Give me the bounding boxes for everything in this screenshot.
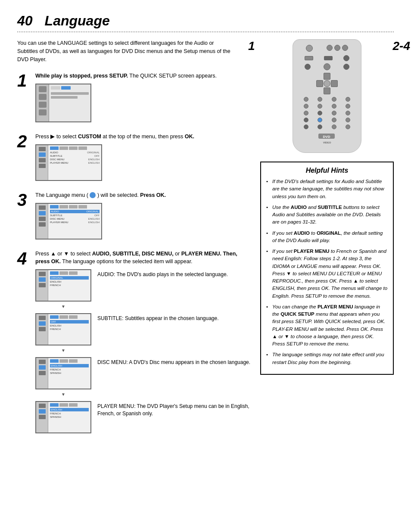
sub-tab-c bbox=[69, 271, 78, 275]
remote-sm-14[interactable] bbox=[318, 118, 322, 122]
remote-circle-2[interactable] bbox=[343, 55, 349, 61]
disc-icon-3 bbox=[39, 371, 46, 375]
screen-main-1 bbox=[49, 84, 90, 121]
sub-audio-item2: ENGLISH bbox=[50, 280, 89, 283]
remote-rect-2[interactable] bbox=[324, 56, 333, 60]
hint-item-1: • If the DVD's default settings for Audi… bbox=[266, 178, 388, 200]
remote-btn-3[interactable] bbox=[342, 45, 348, 51]
remote-sm-4[interactable] bbox=[346, 97, 350, 102]
hint-item-2: • Use the AUDIO and SUBTITLE buttons to … bbox=[266, 204, 388, 226]
screen-icon-2 bbox=[39, 94, 47, 100]
remote-sm-12[interactable] bbox=[346, 111, 350, 115]
screen-left-panel-1 bbox=[36, 84, 49, 121]
remote-sm-3[interactable] bbox=[332, 97, 336, 102]
remote-btn-2[interactable] bbox=[334, 45, 340, 51]
remote-rect-1[interactable] bbox=[305, 56, 313, 60]
substep-subtitle-tabs bbox=[50, 315, 89, 319]
dpad-right[interactable] bbox=[331, 80, 338, 87]
step-4-content: Press ▲ or ▼ to select AUDIO, SUBTITLE, … bbox=[35, 250, 252, 436]
remote-btn-1[interactable] bbox=[327, 45, 333, 51]
sub-icon-3 bbox=[39, 283, 46, 287]
step-4: 4 Press ▲ or ▼ to select AUDIO, SUBTITLE… bbox=[17, 250, 252, 436]
dvd-video-text: VIDEO bbox=[299, 141, 355, 144]
sub-tab-a bbox=[50, 271, 59, 275]
step-3: 3 The Language menu ( ) will be selected… bbox=[17, 191, 252, 242]
hint-text-1: If the DVD's default settings for Audio … bbox=[272, 178, 388, 200]
sidebar-icon-s3-3 bbox=[39, 217, 46, 221]
remote-row-3 bbox=[299, 63, 355, 70]
menu-item-disc: DISC MENU ENGLISH bbox=[50, 158, 100, 161]
remote-sm-9[interactable] bbox=[304, 111, 308, 115]
remote-power-btn[interactable] bbox=[306, 45, 313, 52]
remote-row-6 bbox=[299, 111, 355, 115]
remote-sm-2[interactable] bbox=[318, 97, 322, 102]
remote-sm-5[interactable] bbox=[304, 104, 308, 109]
remote-sm-10[interactable] bbox=[318, 111, 322, 115]
menu-item-s3-player: PLAYER MENU ENGLISH bbox=[50, 221, 100, 224]
remote-label-right: 2-4 bbox=[393, 39, 410, 53]
substep-audio-desc: AUDIO: The DVD's audio plays in the sele… bbox=[97, 269, 228, 278]
remote-sm-1[interactable] bbox=[304, 97, 308, 102]
step-2-bold2: OK. bbox=[185, 134, 194, 140]
player-icon-1 bbox=[39, 404, 46, 408]
remote-sm-16[interactable] bbox=[346, 118, 350, 122]
remote-sm-17[interactable] bbox=[304, 124, 308, 129]
remote-ff[interactable] bbox=[343, 64, 349, 70]
substep-player-tabs bbox=[50, 403, 89, 407]
substep-player: ENGLISH FRENCH SPANISH bbox=[35, 401, 252, 436]
step-1-screen bbox=[35, 84, 91, 122]
remote-sm-13[interactable] bbox=[304, 118, 308, 122]
tab-1 bbox=[59, 146, 68, 150]
dpad-ok[interactable] bbox=[324, 80, 330, 87]
remote-rew[interactable] bbox=[305, 64, 311, 70]
remote-sm-19[interactable] bbox=[332, 124, 336, 129]
hint-item-4: • If you set PLAYER MENU to French or Sp… bbox=[266, 248, 388, 300]
substep-subtitle-screen: OFF ENGLISH FRENCH bbox=[35, 313, 91, 345]
dpad-up[interactable] bbox=[324, 73, 330, 80]
step-2: 2 Press ▶ to select CUSTOM at the top of… bbox=[17, 133, 252, 184]
sub-sub-tab-c bbox=[69, 315, 78, 319]
remote-sm-15[interactable] bbox=[332, 118, 336, 122]
screen-line bbox=[51, 92, 89, 95]
remote-sm-11[interactable] bbox=[332, 111, 336, 115]
substep-subtitle-arrow: ▼ bbox=[35, 348, 91, 353]
sidebar-icon-2 bbox=[39, 152, 46, 157]
intro-text: You can use the LANGUAGE settings to sel… bbox=[17, 39, 233, 63]
screen-icon-4 bbox=[39, 109, 47, 115]
sidebar-icon-1 bbox=[39, 147, 46, 151]
dpad-left[interactable] bbox=[316, 80, 323, 87]
hint-bullet-1: • bbox=[266, 178, 271, 200]
disc-item3: SPANISH bbox=[50, 372, 89, 374]
remote-sm-7[interactable] bbox=[332, 104, 336, 109]
page-header: 40 Language bbox=[17, 13, 394, 32]
remote-sm-6[interactable] bbox=[318, 104, 322, 109]
hints-box: Helpful Hints • If the DVD's default set… bbox=[260, 162, 394, 375]
sidebar-icon-s3-2 bbox=[39, 211, 46, 215]
step-4-number: 4 bbox=[17, 250, 30, 267]
remote-sm-18[interactable] bbox=[318, 124, 322, 129]
substep-disc-screen: ENGLISH FRENCH SPANISH bbox=[35, 357, 91, 389]
remote-play[interactable] bbox=[324, 63, 330, 70]
hints-content: • If the DVD's default settings for Audi… bbox=[266, 178, 388, 366]
substep-disc-arrow: ▼ bbox=[35, 392, 91, 397]
sub-icon-1 bbox=[39, 272, 46, 276]
dpad-empty-3 bbox=[316, 87, 323, 94]
hint-bullet-6: • bbox=[266, 351, 271, 366]
step-1-text: While play is stopped, press SETUP. The … bbox=[35, 72, 252, 80]
page-title: Language bbox=[45, 13, 110, 29]
sub-sub-tab-a bbox=[50, 315, 59, 319]
substep-subtitle-desc: SUBTITLE: Subtitles appear in the chosen… bbox=[97, 313, 219, 322]
remote-sm-20[interactable] bbox=[346, 124, 350, 129]
remote-sm-8[interactable] bbox=[346, 104, 350, 109]
step-2-body: AUDIO ORIGINAL SUBTITLE OFF DISC MENU EN… bbox=[48, 145, 101, 180]
sub-tab-b bbox=[59, 271, 68, 275]
step-1: 1 While play is stopped, press SETUP. Th… bbox=[17, 72, 252, 125]
player-tab-b bbox=[59, 403, 68, 407]
step-4-bold: AUDIO, SUBTITLE, DISC MENU, bbox=[92, 251, 174, 257]
step-1-content: While play is stopped, press SETUP. The … bbox=[35, 72, 252, 125]
substep-player-sidebar bbox=[36, 402, 48, 432]
sub-sub-icon-2 bbox=[39, 321, 46, 326]
remote-dvd-logo: DVD VIDEO bbox=[299, 132, 355, 144]
disc-icon-2 bbox=[39, 365, 46, 370]
dpad-down[interactable] bbox=[324, 87, 330, 94]
